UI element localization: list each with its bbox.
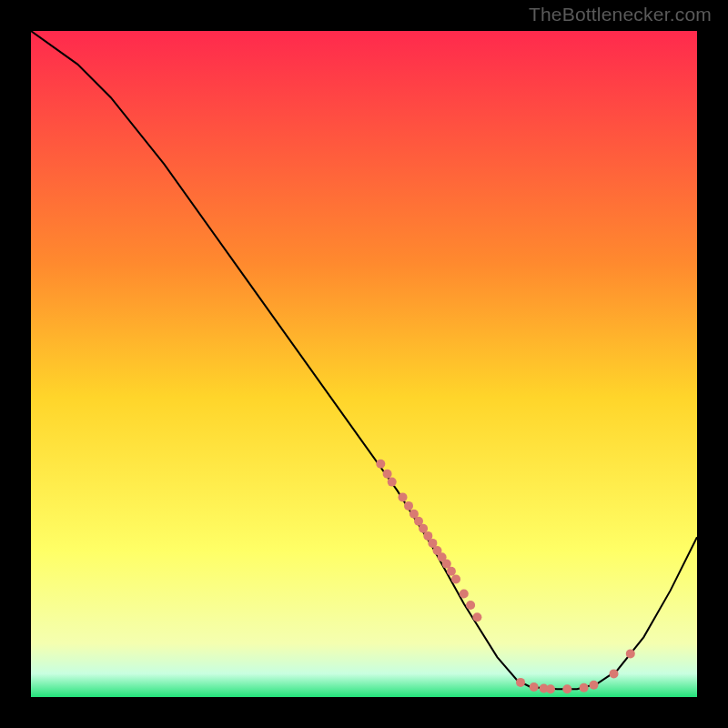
data-point: [460, 590, 469, 599]
data-point: [590, 681, 599, 690]
data-point: [447, 567, 456, 576]
data-point: [580, 683, 589, 693]
data-point: [626, 649, 635, 658]
data-point: [399, 492, 408, 501]
data-point: [451, 574, 460, 583]
data-point: [383, 470, 392, 479]
data-point: [466, 601, 475, 610]
data-point: [388, 478, 397, 487]
data-point: [404, 501, 413, 511]
data-point: [376, 460, 385, 469]
data-point: [472, 612, 481, 622]
data-point: [546, 684, 555, 693]
data-point: [516, 678, 525, 687]
bottleneck-chart: [31, 31, 697, 697]
gradient-background: [31, 31, 697, 697]
data-point: [610, 669, 619, 678]
data-point: [562, 684, 571, 693]
data-point: [530, 682, 539, 692]
watermark-text: TheBottlenecker.com: [529, 4, 712, 25]
chart-container: TheBottlenecker.com: [0, 0, 728, 728]
